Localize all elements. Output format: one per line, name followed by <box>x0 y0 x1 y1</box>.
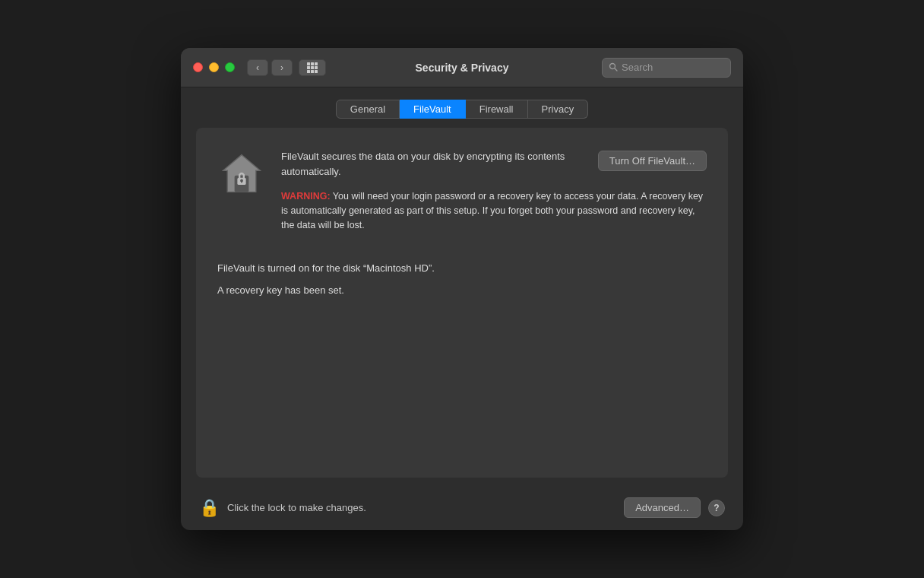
warning-paragraph: WARNING: You will need your login passwo… <box>281 189 707 232</box>
filevault-disk-status: FileVault is turned on for the disk “Mac… <box>217 262 707 274</box>
maximize-button[interactable] <box>225 62 235 72</box>
traffic-lights <box>193 62 235 72</box>
forward-icon: › <box>280 62 283 73</box>
title-bar: ‹ › Security & Privacy Search <box>181 48 743 87</box>
advanced-button[interactable]: Advanced… <box>624 497 701 518</box>
forward-button[interactable]: › <box>271 59 293 76</box>
back-button[interactable]: ‹ <box>247 59 268 76</box>
filevault-description: FileVault secures the data on your disk … <box>281 149 578 179</box>
tabs-bar: General FileVault Firewall Privacy <box>181 87 743 128</box>
svg-line-1 <box>615 68 617 70</box>
warning-label: WARNING: <box>281 191 331 202</box>
lock-area[interactable]: 🔒 Click the lock to make changes. <box>199 498 366 518</box>
search-placeholder: Search <box>622 62 653 73</box>
tab-firewall[interactable]: Firewall <box>466 100 528 119</box>
lock-label: Click the lock to make changes. <box>227 502 366 513</box>
search-box[interactable]: Search <box>602 58 731 78</box>
window-title: Security & Privacy <box>416 62 509 74</box>
tab-privacy[interactable]: Privacy <box>528 100 589 119</box>
content-area: FileVault secures the data on your disk … <box>196 128 728 478</box>
minimize-button[interactable] <box>209 62 219 72</box>
turn-off-filevault-button[interactable]: Turn Off FileVault… <box>598 151 707 171</box>
back-icon: ‹ <box>256 62 259 73</box>
filevault-recovery-status: A recovery key has been set. <box>217 284 707 296</box>
svg-rect-6 <box>241 180 242 183</box>
grid-view-button[interactable] <box>299 59 326 76</box>
tab-filevault[interactable]: FileVault <box>400 100 466 119</box>
tab-general[interactable]: General <box>336 100 400 119</box>
search-icon <box>609 62 618 73</box>
filevault-header: FileVault secures the data on your disk … <box>217 149 707 247</box>
help-button[interactable]: ? <box>708 500 725 516</box>
grid-icon <box>307 62 318 73</box>
bottom-right: Advanced… ? <box>624 497 725 518</box>
lock-icon: 🔒 <box>199 498 220 518</box>
bottom-bar: 🔒 Click the lock to make changes. Advanc… <box>181 490 743 530</box>
warning-body: You will need your login password or a r… <box>281 191 703 230</box>
turn-off-area: Turn Off FileVault… <box>590 149 707 171</box>
filevault-info: FileVault secures the data on your disk … <box>281 149 707 247</box>
filevault-icon <box>217 149 266 198</box>
close-button[interactable] <box>193 62 203 72</box>
nav-buttons: ‹ › <box>247 59 326 76</box>
system-preferences-window: ‹ › Security & Privacy Search <box>181 48 743 530</box>
